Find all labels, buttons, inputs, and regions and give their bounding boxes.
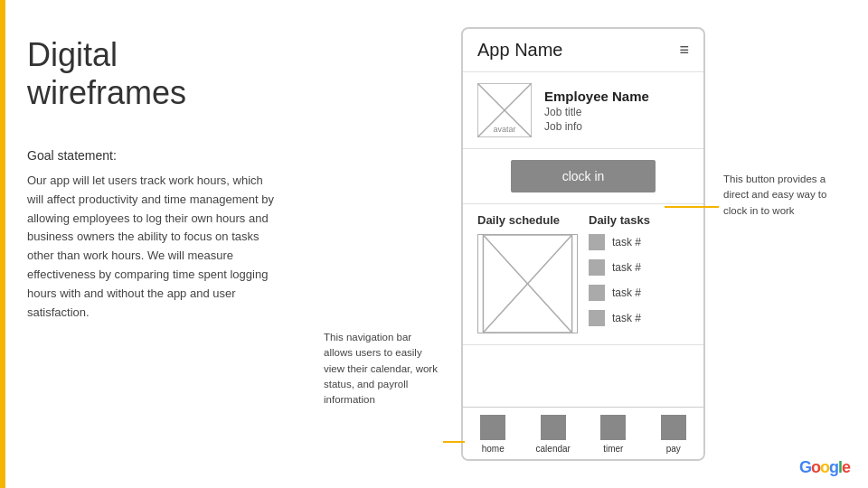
right-callout-line: [665, 206, 719, 208]
right-callout-text: This button provides a direct and easy w…: [723, 172, 850, 219]
nav-item-calendar[interactable]: calendar: [524, 408, 584, 459]
task-label-3: task #: [612, 286, 641, 299]
left-panel: Digital wireframes Goal statement: Our a…: [27, 36, 280, 322]
calendar-icon: [541, 415, 566, 440]
home-icon: [480, 415, 505, 440]
task-label-2: task #: [612, 261, 641, 274]
app-name: App Name: [477, 40, 563, 61]
tasks-column: Daily tasks task # task # task # task #: [589, 213, 689, 335]
clock-in-button[interactable]: clock in: [511, 160, 656, 192]
google-letter-g: G: [799, 458, 811, 476]
task-item: task #: [589, 234, 689, 250]
tasks-title: Daily tasks: [589, 213, 689, 227]
schedule-title: Daily schedule: [477, 213, 578, 227]
task-checkbox-4: [589, 310, 605, 326]
svg-text:avatar: avatar: [493, 125, 515, 134]
goal-label: Goal statement:: [27, 148, 280, 163]
employee-info: Employee Name Job title Job info: [544, 89, 649, 133]
nav-label-calendar: calendar: [536, 444, 571, 454]
nav-item-timer[interactable]: timer: [583, 408, 644, 459]
task-checkbox-3: [589, 285, 605, 301]
bottom-callout-text: This navigation bar allows users to easi…: [324, 330, 441, 408]
right-callout: This button provides a direct and easy w…: [723, 172, 850, 219]
bottom-callout-line: [443, 441, 465, 443]
goal-text: Our app will let users track work hours,…: [27, 172, 280, 322]
nav-label-timer: timer: [603, 444, 623, 454]
task-item: task #: [589, 285, 689, 301]
bottom-callout: This navigation bar allows users to easi…: [324, 330, 441, 408]
nav-item-home[interactable]: home: [463, 408, 524, 459]
task-label-1: task #: [612, 236, 641, 249]
google-logo: Google: [799, 458, 850, 477]
google-letter-g2: g: [829, 458, 838, 476]
schedule-tasks-section: Daily schedule Daily tasks task # task #: [463, 204, 703, 345]
avatar: avatar: [477, 83, 532, 137]
clock-in-section: clock in: [463, 149, 703, 204]
schedule-placeholder: [477, 234, 578, 333]
task-item: task #: [589, 310, 689, 326]
nav-label-pay: pay: [666, 444, 681, 454]
timer-icon: [600, 415, 626, 440]
nav-label-home: home: [482, 444, 505, 454]
task-item: task #: [589, 259, 689, 276]
accent-bar: [0, 0, 5, 488]
google-letter-o1: o: [811, 458, 820, 476]
nav-item-pay[interactable]: pay: [644, 408, 704, 459]
pay-icon: [661, 415, 686, 440]
phone-wireframe: App Name ≡ avatar Employee Name Job titl…: [461, 27, 705, 461]
google-letter-e: e: [842, 458, 850, 476]
task-list: task # task # task # task #: [589, 234, 689, 326]
task-label-4: task #: [612, 312, 641, 324]
employee-job-title: Job title: [544, 106, 649, 118]
employee-card: avatar Employee Name Job title Job info: [463, 72, 703, 149]
page-title: Digital wireframes: [27, 36, 280, 112]
task-checkbox-1: [589, 234, 605, 250]
employee-name: Employee Name: [544, 89, 649, 104]
task-checkbox-2: [589, 259, 605, 276]
google-letter-o2: o: [820, 458, 829, 476]
employee-job-info: Job info: [544, 120, 649, 133]
hamburger-icon[interactable]: ≡: [679, 41, 689, 60]
schedule-column: Daily schedule: [477, 213, 578, 335]
app-header: App Name ≡: [463, 29, 703, 72]
bottom-nav: home calendar timer pay: [463, 407, 703, 459]
